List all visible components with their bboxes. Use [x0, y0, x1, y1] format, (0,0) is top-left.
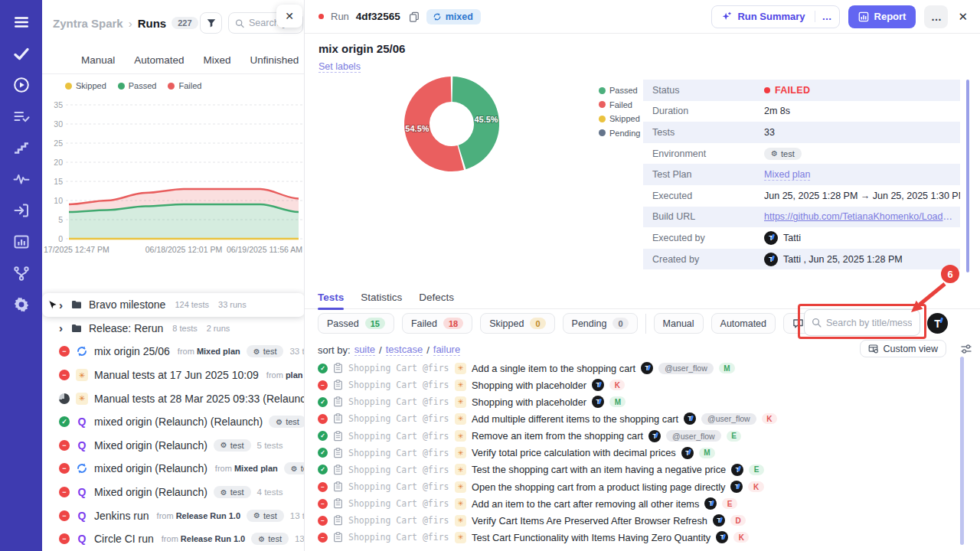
run-list-item[interactable]: −QCircle CI runfrom Release Run 1.0⚙test… [42, 527, 305, 551]
run-list-item[interactable]: −QMixed origin (Relaunch)⚙test4 tests [42, 481, 305, 504]
detail-text: Jun 25, 2025 1:28 PM → Jun 25, 2025 1:30… [764, 191, 960, 201]
run-summary-button[interactable]: Run Summary … [711, 5, 839, 28]
runs-tab-mixed[interactable]: Mixed [204, 54, 231, 66]
environment-label: test [263, 347, 277, 356]
legend-item: Skipped [65, 81, 106, 90]
runs-tab-unfinished[interactable]: Unfinished [250, 54, 299, 66]
relaunch-run-icon: Q [76, 510, 88, 522]
more-button[interactable]: … [924, 5, 948, 28]
search-icon [235, 18, 244, 28]
test-row[interactable]: −Shopping Cart @first…✳Verify Cart Items… [305, 512, 968, 529]
milestone-folder-row[interactable]: ›Release: Rerun8 tests2 runs [42, 317, 305, 341]
donut-slice-label: 45.5% [474, 115, 498, 124]
sort-by-failure[interactable]: failure [433, 344, 460, 356]
runs-list: ›Bravo milestone124 tests33 runs›Release… [42, 293, 305, 551]
manual-test-icon: ✳ [455, 363, 466, 374]
detail-label: Created by [643, 254, 764, 265]
user-avatar[interactable]: T [927, 313, 948, 334]
stairs-icon[interactable] [11, 138, 31, 158]
filter-chip-passed[interactable]: Passed15 [318, 313, 394, 334]
avatar-accent [647, 364, 651, 370]
chevron-right-icon[interactable]: › [59, 298, 63, 311]
test-row[interactable]: −Shopping Cart @first…✳Shopping with pla… [305, 377, 968, 393]
import-icon[interactable] [11, 201, 31, 220]
test-row[interactable]: ✓Shopping Cart @first…✳Test the shopping… [305, 461, 968, 478]
run-summary-more-icon[interactable]: … [815, 11, 839, 22]
breadcrumb-section[interactable]: Runs [138, 17, 167, 30]
test-plan-link[interactable]: Mixed plan [764, 169, 810, 181]
test-row[interactable]: ✓Shopping Cart @first…✳Remove an item fr… [305, 428, 968, 445]
avatar-accent [655, 432, 658, 439]
report-button[interactable]: Report [848, 5, 916, 28]
chevron-right-icon[interactable]: › [59, 321, 63, 334]
run-list-item[interactable]: ✓Qmixed origin (Relaunch) (Relaunch)⚙tes… [42, 410, 305, 434]
donut-legend-item: Pending [599, 129, 640, 138]
panel-close-button[interactable]: ✕ [276, 5, 302, 28]
sort-by-suite[interactable]: suite [354, 344, 375, 356]
details-scrollbar[interactable] [966, 80, 969, 272]
tests-list: ✓Shopping Cart @first…✳Add a single item… [305, 360, 968, 546]
play-circle-icon[interactable] [11, 75, 31, 95]
tests-scrollbar[interactable] [960, 357, 964, 545]
tab-tests[interactable]: Tests [318, 286, 344, 309]
branch-icon[interactable] [11, 263, 31, 283]
run-list-item[interactable]: −QMixed origin (Relaunch)⚙test5 tests [42, 434, 305, 458]
gear-icon[interactable] [11, 295, 31, 315]
sort-separator: / [379, 344, 382, 356]
relaunch-run-icon: Q [76, 533, 88, 545]
runs-tab-automated[interactable]: Automated [134, 54, 184, 66]
run-list-item[interactable]: −mixed origin (Relaunch)from Mixed plan⚙… [42, 457, 305, 481]
test-row[interactable]: ✓Shopping Cart @first…✳Shopping with pla… [305, 393, 968, 410]
test-row[interactable]: −Shopping Cart @first…✳Open the shopping… [305, 478, 968, 495]
manual-run-icon: ✳ [76, 393, 88, 405]
tests-search-input[interactable] [826, 318, 912, 328]
run-list-item[interactable]: −mix origin 25/06from Mixed plan⚙test33 … [42, 340, 305, 364]
test-row[interactable]: −Shopping Cart @first…✳Add an item to th… [305, 495, 968, 512]
filter-chip-automated[interactable]: Automated [711, 313, 776, 334]
run-list-item[interactable]: ✳Manual tests at 28 Mar 2025 09:33 (Rela… [42, 386, 305, 410]
tab-defects[interactable]: Defects [419, 286, 454, 309]
copy-button[interactable] [409, 11, 420, 22]
tests-search[interactable] [804, 309, 920, 336]
test-row[interactable]: −Shopping Cart @first…✳Test Cart Functio… [305, 529, 968, 546]
breadcrumb-app[interactable]: Zyntra Spark [53, 17, 123, 30]
set-labels-link[interactable]: Set labels [318, 61, 361, 73]
detail-value: Jun 25, 2025 1:28 PM → Jun 25, 2025 1:30… [764, 191, 960, 201]
test-row[interactable]: ✓Shopping Cart @first…✳Verify total pric… [305, 445, 968, 461]
sort-by-testcase[interactable]: testcase [386, 344, 423, 356]
gear-icon: ⚙ [253, 511, 260, 520]
test-suite-name: Shopping Cart @first… [348, 396, 449, 407]
custom-view-button[interactable]: Custom view [860, 340, 946, 357]
milestone-folder-row[interactable]: ›Bravo milestone124 tests33 runs [42, 293, 305, 317]
user-avatar: T [731, 464, 743, 476]
tab-statistics[interactable]: Statistics [361, 286, 402, 309]
filter-button[interactable] [200, 12, 222, 34]
filter-chip-pending[interactable]: Pending0 [563, 313, 638, 334]
avatar-accent [771, 234, 775, 240]
svg-text:06/19/2025 11:56 AM: 06/19/2025 11:56 AM [227, 245, 302, 254]
filter-chip-manual[interactable]: Manual [654, 313, 704, 334]
run-type-badge[interactable]: mixed [426, 9, 481, 24]
test-row[interactable]: −Shopping Cart @first…✳Add multiple diff… [305, 410, 968, 427]
test-row[interactable]: ✓Shopping Cart @first…✳Add a single item… [305, 360, 968, 377]
run-list-item[interactable]: −QJenkins runfrom Release Run 1.0⚙test13… [42, 504, 305, 527]
test-title: Add multiple different items to the shop… [472, 413, 678, 425]
runs-tab-manual[interactable]: Manual [81, 54, 115, 66]
detail-close-button[interactable]: ✕ [956, 10, 969, 24]
detail-actions: Run Summary … Report … ✕ [711, 5, 969, 28]
check-icon[interactable] [11, 44, 31, 64]
filter-chip-failed[interactable]: Failed18 [402, 313, 472, 334]
hamburger-menu-icon[interactable] [11, 12, 31, 32]
environment-label: test [230, 487, 244, 497]
bar-chart-icon[interactable] [11, 232, 31, 252]
run-list-item[interactable]: −✳Manual tests at 17 Jun 2025 10:09from … [42, 364, 305, 387]
svg-text:0: 0 [58, 234, 63, 243]
filter-chip-skipped[interactable]: Skipped0 [480, 313, 554, 334]
run-type-label: mixed [446, 11, 473, 22]
view-settings-icon[interactable] [960, 343, 972, 355]
pulse-icon[interactable] [11, 169, 31, 189]
list-check-icon[interactable] [11, 106, 31, 126]
build-url-link[interactable]: https://github.com/TetianaKhomenko/Load-… [764, 211, 954, 222]
status-failed-icon: − [59, 346, 70, 357]
test-letter-badge: K [748, 481, 763, 492]
